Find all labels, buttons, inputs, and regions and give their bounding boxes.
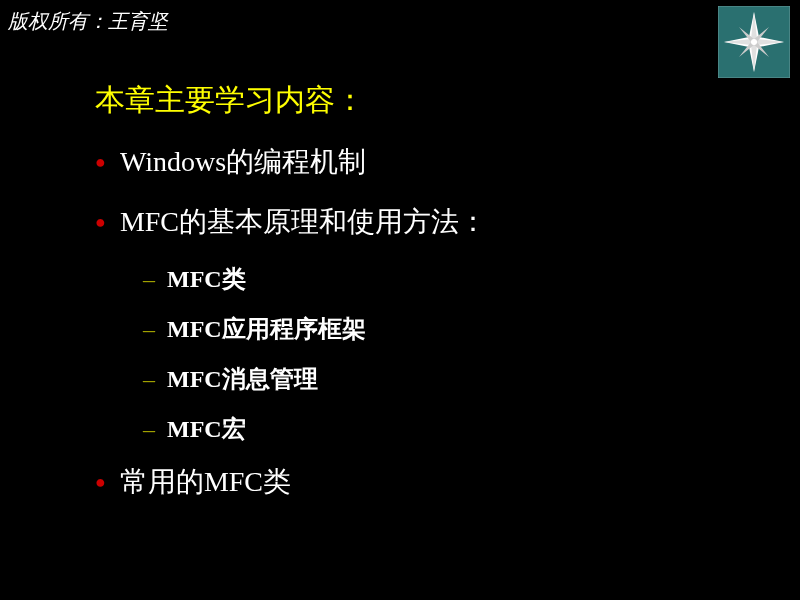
bullet-dot-icon: ● [95,212,106,233]
bullet-text: 常用的MFC类 [120,463,291,501]
main-bullet-list-continued: ● 常用的MFC类 [95,463,487,501]
sub-bullet-text: MFC宏 [167,413,246,445]
sub-bullet-item: – MFC应用程序框架 [143,313,487,345]
bullet-item: ● 常用的MFC类 [95,463,487,501]
dash-icon: – [143,316,155,343]
sub-bullet-item: – MFC宏 [143,413,487,445]
bullet-text: MFC的基本原理和使用方法： [120,203,487,241]
sub-bullet-text: MFC消息管理 [167,363,318,395]
copyright-text: 版权所有：王育坚 [8,8,168,35]
bullet-dot-icon: ● [95,152,106,173]
sub-bullet-list: – MFC类 – MFC应用程序框架 – MFC消息管理 – MFC宏 [143,263,487,445]
sub-bullet-item: – MFC消息管理 [143,363,487,395]
dash-icon: – [143,266,155,293]
bullet-item: ● Windows的编程机制 [95,143,487,181]
dash-icon: – [143,366,155,393]
main-bullet-list: ● Windows的编程机制 ● MFC的基本原理和使用方法： [95,143,487,241]
sub-bullet-item: – MFC类 [143,263,487,295]
dash-icon: – [143,416,155,443]
compass-icon [718,6,790,78]
svg-point-12 [751,39,757,45]
bullet-item: ● MFC的基本原理和使用方法： [95,203,487,241]
bullet-dot-icon: ● [95,472,106,493]
sub-bullet-text: MFC应用程序框架 [167,313,366,345]
section-heading: 本章主要学习内容： [95,80,487,121]
bullet-text: Windows的编程机制 [120,143,366,181]
sub-bullet-text: MFC类 [167,263,246,295]
slide-content: 本章主要学习内容： ● Windows的编程机制 ● MFC的基本原理和使用方法… [95,80,487,523]
